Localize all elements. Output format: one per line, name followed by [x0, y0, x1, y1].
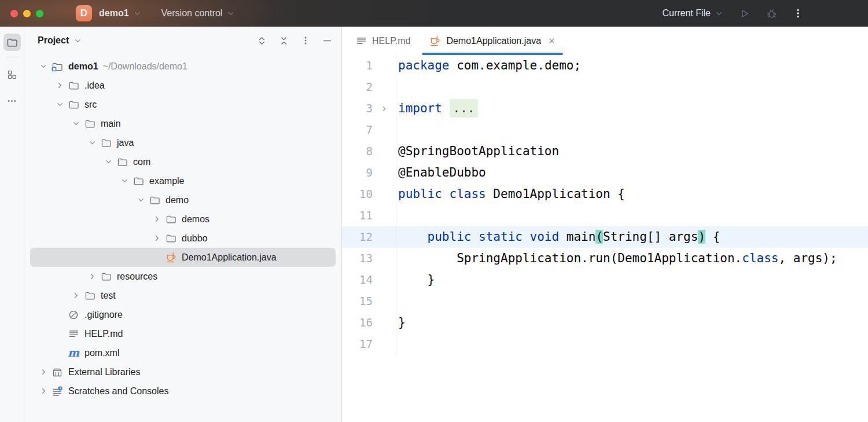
- tree-item-help-md[interactable]: HELP.md: [30, 324, 336, 343]
- code-token: main: [559, 230, 595, 244]
- editor-tab-help-md[interactable]: HELP.md: [347, 27, 420, 55]
- close-window-button[interactable]: [10, 10, 18, 17]
- chevron-right-icon[interactable]: [153, 215, 161, 223]
- folded-imports-region[interactable]: ...: [450, 99, 479, 118]
- chevron-down-icon[interactable]: [73, 36, 82, 45]
- code-token: package: [398, 58, 450, 72]
- zoom-window-button[interactable]: [36, 10, 43, 17]
- ignored-file-icon: [68, 310, 79, 320]
- active-tab-indicator: [422, 53, 563, 55]
- code-token: }: [398, 273, 435, 287]
- hide-panel-icon[interactable]: [322, 36, 332, 46]
- version-control-selector[interactable]: Version control: [142, 8, 236, 19]
- window-controls: [10, 10, 43, 17]
- chevron-down-icon[interactable]: [39, 62, 48, 71]
- chevron-down-icon[interactable]: [56, 100, 64, 109]
- folder-icon: [84, 119, 95, 129]
- code-token: (: [595, 230, 603, 244]
- code-token: import: [398, 101, 442, 115]
- project-tool-icon: [6, 37, 18, 47]
- chevron-right-icon[interactable]: [39, 368, 48, 376]
- project-folder-icon: [52, 61, 63, 72]
- tree-item-example[interactable]: example: [30, 171, 336, 190]
- more-options-button[interactable]: [793, 8, 803, 19]
- code-token: SpringApplication.run(Demo1Application.: [398, 251, 742, 265]
- tree-item-resources[interactable]: resources: [30, 267, 336, 286]
- tree-item-demo1[interactable]: demo1 ~/Downloads/demo1: [30, 57, 336, 76]
- tree-item-label: demo1: [68, 61, 98, 72]
- chevron-down-icon[interactable]: [104, 157, 113, 166]
- minimize-window-button[interactable]: [23, 10, 31, 17]
- code-token: public static void: [428, 230, 560, 244]
- tree-item-external-libraries[interactable]: External Libraries: [30, 362, 336, 381]
- titlebar: D demo1 Version control Current File: [0, 0, 868, 27]
- tree-item-label: java: [117, 138, 134, 148]
- tree-item-label: src: [84, 100, 97, 110]
- line-number: 12: [342, 226, 373, 248]
- chevron-right-icon[interactable]: [39, 387, 48, 395]
- code-token: public class: [398, 187, 486, 201]
- chevron-down-icon[interactable]: [88, 138, 97, 147]
- collapse-all-icon[interactable]: [279, 36, 289, 46]
- folder-icon: [117, 157, 128, 167]
- tool-button-project-tool[interactable]: [3, 34, 21, 51]
- chevron-right-icon[interactable]: [153, 234, 161, 243]
- java-file-icon: [165, 251, 177, 263]
- fold-icon[interactable]: [380, 105, 388, 113]
- tree-item-label: Demo1Application.java: [182, 252, 277, 263]
- tree-item-src[interactable]: src: [30, 95, 336, 114]
- tree-item-label: example: [149, 176, 184, 186]
- tree-item-test[interactable]: test: [30, 286, 336, 305]
- tree-item-gitignore[interactable]: .gitignore: [30, 305, 336, 324]
- project-name: demo1: [99, 8, 129, 19]
- structure-tool-icon: [7, 69, 17, 79]
- editor-tab-demo1application-java[interactable]: Demo1Application.java: [420, 27, 565, 55]
- debug-button[interactable]: [766, 8, 778, 20]
- code-line-16: 16 }: [342, 312, 868, 333]
- code-token: , args);: [778, 251, 837, 265]
- tree-item-label: com: [133, 157, 150, 167]
- panel-options-icon[interactable]: [301, 36, 310, 45]
- run-button[interactable]: [738, 8, 751, 20]
- tree-item-demo[interactable]: demo: [30, 190, 336, 210]
- code-line-text: }: [396, 269, 868, 291]
- chevron-down-icon: [133, 9, 142, 18]
- chevron-right-icon[interactable]: [88, 272, 97, 281]
- code-line-17: 17: [342, 333, 868, 355]
- chevron-down-icon[interactable]: [72, 119, 80, 128]
- folder-icon: [165, 214, 176, 224]
- code-token: ): [698, 230, 705, 244]
- code-line-text: [396, 205, 868, 226]
- chevron-down-icon[interactable]: [120, 177, 129, 185]
- project-panel-header: Project: [24, 27, 341, 54]
- tree-item-demo1application-java[interactable]: Demo1Application.java: [30, 248, 336, 267]
- code-line-text: public static void main(String[] args) {: [396, 226, 868, 248]
- tree-item-scratches-and-consoles[interactable]: Scratches and Consoles: [30, 381, 336, 401]
- code-line-text: [396, 333, 868, 355]
- code-token: Demo1Application {: [486, 187, 625, 201]
- tree-item-pom-xml[interactable]: m pom.xml: [30, 343, 336, 362]
- tree-item-java[interactable]: java: [30, 133, 336, 152]
- tool-button-structure-tool[interactable]: [3, 65, 21, 83]
- code-line-text: public class Demo1Application {: [396, 184, 868, 205]
- tree-item-main[interactable]: main: [30, 114, 336, 133]
- external-libraries-icon: [52, 367, 62, 377]
- close-tab-button[interactable]: [547, 36, 556, 45]
- expand-all-icon[interactable]: [257, 36, 267, 46]
- project-selector[interactable]: demo1: [92, 8, 142, 19]
- chevron-right-icon[interactable]: [72, 291, 80, 300]
- folder-icon: [68, 80, 79, 90]
- code-editor[interactable]: 1 package com.example.demo; 2 3 import .…: [342, 55, 868, 422]
- tree-item-com[interactable]: com: [30, 152, 336, 171]
- line-number: 13: [342, 248, 373, 269]
- tree-item-dubbo[interactable]: dubbo: [30, 229, 336, 248]
- run-configuration-selector[interactable]: Current File: [662, 8, 723, 19]
- chevron-right-icon[interactable]: [56, 81, 64, 90]
- scratches-icon: [52, 386, 63, 397]
- tree-item-idea[interactable]: .idea: [30, 76, 336, 95]
- more-tools-icon: [7, 96, 17, 106]
- code-line-11: 11: [342, 205, 868, 226]
- tree-item-demos[interactable]: demos: [30, 210, 336, 229]
- tool-button-more-tools[interactable]: [3, 92, 21, 109]
- chevron-down-icon[interactable]: [137, 196, 145, 204]
